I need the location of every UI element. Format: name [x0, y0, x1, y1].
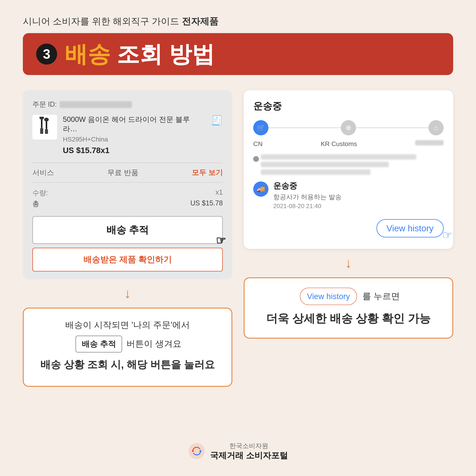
- view-history-button[interactable]: View history ☞: [376, 219, 444, 238]
- total-value: US $15.78: [190, 199, 223, 208]
- prog-line-2: [356, 127, 428, 128]
- service-value: 무료 반품: [107, 168, 138, 177]
- svg-rect-2: [40, 128, 43, 134]
- prog-icon-home: ⌂: [428, 120, 444, 135]
- truck-icon: 🚚: [253, 181, 269, 197]
- subtitle-text: 시니어 소비자를 위한 해외직구 가이드: [23, 16, 179, 26]
- footer: 한국소비자원 국제거래 소비자포털: [23, 436, 453, 461]
- blur-line-1: [261, 154, 416, 160]
- blur-line-3: [261, 170, 371, 175]
- svg-point-7: [192, 450, 194, 452]
- progress-section: 🛒 ⊕ ⌂ CN KR Customs: [253, 120, 444, 148]
- location-dot: [253, 156, 259, 162]
- destination-blurred: [415, 140, 444, 145]
- arrow-down-right: ↓: [244, 256, 453, 270]
- right-info-suffix: 를 누르면: [362, 291, 400, 301]
- header-title-orange: 배송: [65, 41, 110, 67]
- subtitle: 시니어 소비자를 위한 해외직구 가이드 전자제품: [23, 15, 453, 27]
- product-sku: HS295H+China: [63, 136, 205, 143]
- left-info-text2: 버튼이 생겨요: [126, 339, 181, 349]
- product-row: 5000W 음이온 헤어 드라이어 전문 블루 라… HS295H+China …: [32, 115, 223, 155]
- prog-labels: CN KR Customs: [253, 140, 444, 148]
- right-column: 운송중 🛒 ⊕ ⌂ CN KR Customs: [244, 90, 453, 428]
- product-icon: 🧾: [211, 115, 223, 126]
- right-info-bold-text: 더욱 상세한 배송 상황 확인 가능: [266, 312, 430, 325]
- order-id-label: 주문 ID:: [32, 100, 57, 109]
- product-price: US $15.78x1: [63, 146, 205, 155]
- prog-icon-cart: 🛒: [253, 120, 269, 135]
- left-info-box: 배송이 시작되면 '나의 주문'에서 배송 추적 버튼이 생겨요 배송 상황 조…: [23, 308, 232, 387]
- qty-row: 수량: x1: [32, 188, 223, 198]
- status-sub: 항공사가 허용하는 발송: [273, 193, 444, 202]
- track-button-label: 배송 추적: [106, 224, 149, 235]
- hand-cursor-icon: ☞: [216, 234, 226, 247]
- customs-label: KR Customs: [321, 140, 357, 148]
- prog-line-1: [269, 127, 341, 128]
- left-info-text: 배송이 시작되면 '나의 주문'에서: [35, 318, 220, 332]
- view-history-area: View history ☞: [253, 215, 444, 241]
- view-history-inline-btn: View history: [300, 288, 357, 305]
- status-title: 운송중: [273, 181, 444, 191]
- right-info-bold: 더욱 상세한 배송 상황 확인 가능: [256, 309, 441, 328]
- blur-line-2: [261, 162, 389, 167]
- progress-icons: 🛒 ⊕ ⌂: [253, 120, 444, 135]
- step-number: 3: [43, 47, 51, 62]
- svg-point-4: [44, 118, 49, 121]
- subtitle-bold: 전자제품: [182, 16, 218, 26]
- status-time: 2021-08-20 21:40: [273, 203, 444, 210]
- svg-point-8: [200, 450, 202, 452]
- footer-logo-icon: [188, 442, 205, 460]
- product-image: [32, 115, 57, 139]
- left-info-inline: 배송 추적 버튼이 생겨요: [35, 336, 220, 352]
- order-card: 주문 ID:: [23, 90, 232, 279]
- total-row: 총 US $15.78: [32, 199, 223, 208]
- track-button[interactable]: 배송 추적 ☞: [32, 216, 223, 244]
- qty-label: 수량:: [32, 188, 48, 198]
- shipping-status-section: 🚚 운송중 항공사가 허용하는 발송 2021-08-20 21:40: [253, 181, 444, 210]
- location-section: [253, 154, 444, 175]
- shipping-card-title: 운송중: [253, 100, 444, 113]
- confirm-button-label: 배송받은 제품 확인하기: [83, 255, 172, 264]
- confirm-button[interactable]: 배송받은 제품 확인하기: [32, 248, 223, 272]
- footer-org: 한국소비자원: [210, 442, 288, 450]
- svg-point-6: [189, 443, 205, 459]
- product-qty: x1: [101, 146, 109, 155]
- total-label: 총: [32, 199, 39, 208]
- svg-point-1: [39, 117, 44, 119]
- arrow-down-left: ↓: [23, 287, 232, 300]
- step-circle: 3: [36, 44, 57, 65]
- shipping-status-text: 운송중 항공사가 허용하는 발송 2021-08-20 21:40: [273, 181, 444, 210]
- product-name: 5000W 음이온 헤어 드라이어 전문 블루 라…: [63, 115, 205, 134]
- cn-label: CN: [253, 140, 263, 148]
- order-id-bar: 주문 ID:: [32, 100, 223, 109]
- service-row: 서비스 무료 반품 모두 보기: [32, 163, 223, 183]
- main-content: 주문 ID:: [23, 90, 453, 428]
- shipping-card: 운송중 🛒 ⊕ ⌂ CN KR Customs: [244, 90, 453, 249]
- service-label: 서비스: [32, 168, 54, 177]
- left-info-bold: 배송 상황 조회 시, 해당 버튼을 눌러요: [35, 356, 220, 373]
- see-all-link[interactable]: 모두 보기: [192, 168, 223, 177]
- right-info-box: View history 를 누르면 더욱 상세한 배송 상황 확인 가능: [244, 277, 453, 339]
- right-info-text: View history 를 누르면: [256, 288, 441, 305]
- hand-cursor-right-icon: ☞: [442, 228, 453, 242]
- header-title: 배송 조회 방법: [65, 43, 215, 66]
- product-info: 5000W 음이온 헤어 드라이어 전문 블루 라… HS295H+China …: [63, 115, 205, 155]
- qty-value: x1: [216, 188, 223, 198]
- header-title-white1: 조회: [117, 41, 162, 67]
- left-column: 주문 ID:: [23, 90, 232, 428]
- svg-rect-5: [45, 129, 48, 134]
- left-info-bold-text: 배송 상황 조회 시, 해당 버튼을 눌러요: [40, 359, 215, 370]
- header-banner: 3 배송 조회 방법: [23, 33, 453, 75]
- footer-text: 한국소비자원 국제거래 소비자포털: [210, 442, 288, 461]
- view-history-label: View history: [387, 223, 434, 233]
- footer-portal: 국제거래 소비자포털: [210, 450, 288, 461]
- product-price-value: US $15.78: [63, 146, 101, 155]
- inline-track-btn: 배송 추적: [76, 336, 122, 352]
- order-id-value-blurred: [60, 101, 132, 108]
- left-info-text1: 배송이 시작되면 '나의 주문'에서: [65, 320, 190, 330]
- prog-icon-location: ⊕: [341, 120, 356, 135]
- header-title-white2: 방법: [169, 41, 215, 67]
